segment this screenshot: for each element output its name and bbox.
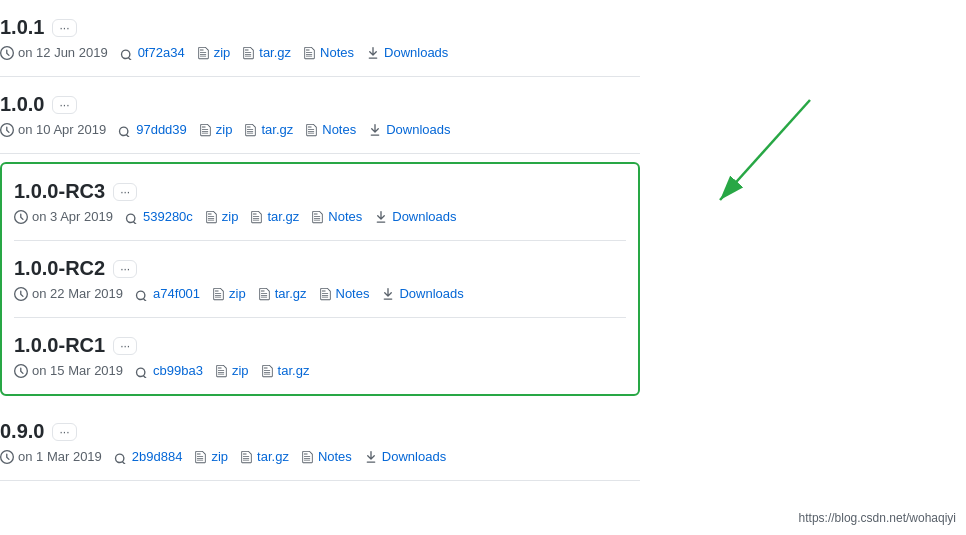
release-item: 0.9.0 ··· on 1 Mar 2019 2b9d884 zip tar.… [0, 404, 640, 481]
commit-link[interactable]: 539280c [143, 209, 193, 224]
clock-icon [14, 210, 28, 224]
tar-link[interactable]: tar.gz [261, 122, 293, 137]
notes-link[interactable]: Notes [328, 209, 362, 224]
dots-menu-button[interactable]: ··· [113, 183, 137, 201]
zip-link[interactable]: zip [222, 209, 239, 224]
notes-icon [311, 210, 324, 224]
notes-link-item: Notes [319, 286, 370, 301]
commit-link[interactable]: 0f72a34 [138, 45, 185, 60]
tar-link-item: tar.gz [258, 286, 307, 301]
zip-link[interactable]: zip [214, 45, 231, 60]
zip-link[interactable]: zip [211, 449, 228, 464]
notes-link[interactable]: Notes [320, 45, 354, 60]
file-icon [240, 450, 253, 464]
commit-link[interactable]: cb99ba3 [153, 363, 203, 378]
dots-menu-button[interactable]: ··· [52, 96, 76, 114]
tar-link[interactable]: tar.gz [259, 45, 291, 60]
release-title-row: 1.0.0-RC3 ··· [14, 180, 626, 203]
release-meta: on 12 Jun 2019 0f72a34 zip tar.gz Notes … [0, 45, 640, 60]
release-title-row: 1.0.0-RC2 ··· [14, 257, 626, 280]
release-commit: a74f001 [135, 286, 200, 301]
download-icon [381, 287, 395, 301]
dots-menu-button[interactable]: ··· [113, 260, 137, 278]
tar-link-item: tar.gz [242, 45, 291, 60]
tar-link-item: tar.gz [261, 363, 310, 378]
downloads-link[interactable]: Downloads [386, 122, 450, 137]
notes-link[interactable]: Notes [318, 449, 352, 464]
notes-link-item: Notes [311, 209, 362, 224]
release-tag: 1.0.0-RC2 [14, 257, 105, 280]
release-tag: 1.0.0-RC3 [14, 180, 105, 203]
release-title-row: 0.9.0 ··· [0, 420, 640, 443]
key-icon [120, 46, 134, 60]
downloads-link-item: Downloads [364, 449, 446, 464]
release-list: 1.0.1 ··· on 12 Jun 2019 0f72a34 zip tar… [0, 0, 640, 481]
tar-link[interactable]: tar.gz [278, 363, 310, 378]
download-icon [368, 123, 382, 137]
file-icon [215, 364, 228, 378]
release-meta: on 3 Apr 2019 539280c zip tar.gz Notes D… [14, 209, 626, 224]
tar-link[interactable]: tar.gz [257, 449, 289, 464]
tar-link[interactable]: tar.gz [267, 209, 299, 224]
highlighted-group: 1.0.0-RC3 ··· on 3 Apr 2019 539280c zip … [0, 162, 640, 396]
download-icon [364, 450, 378, 464]
notes-link[interactable]: Notes [336, 286, 370, 301]
release-date: on 1 Mar 2019 [0, 449, 102, 464]
notes-icon [305, 123, 318, 137]
zip-link[interactable]: zip [216, 122, 233, 137]
release-date: on 12 Jun 2019 [0, 45, 108, 60]
release-tag: 1.0.1 [0, 16, 44, 39]
dots-menu-button[interactable]: ··· [113, 337, 137, 355]
zip-link-item: zip [215, 363, 249, 378]
release-date: on 10 Apr 2019 [0, 122, 106, 137]
notes-link[interactable]: Notes [322, 122, 356, 137]
release-meta: on 15 Mar 2019 cb99ba3 zip tar.gz [14, 363, 626, 378]
file-icon [199, 123, 212, 137]
release-item: 1.0.1 ··· on 12 Jun 2019 0f72a34 zip tar… [0, 0, 640, 77]
release-date: on 15 Mar 2019 [14, 363, 123, 378]
file-icon [258, 287, 271, 301]
commit-link[interactable]: 97ddd39 [136, 122, 187, 137]
file-icon [197, 46, 210, 60]
downloads-link-item: Downloads [374, 209, 456, 224]
tar-link[interactable]: tar.gz [275, 286, 307, 301]
key-icon [125, 210, 139, 224]
clock-icon [14, 287, 28, 301]
clock-icon [0, 123, 14, 137]
tar-link-item: tar.gz [240, 449, 289, 464]
notes-icon [319, 287, 332, 301]
notes-link-item: Notes [303, 45, 354, 60]
zip-link-item: zip [199, 122, 233, 137]
release-item: 1.0.0-RC3 ··· on 3 Apr 2019 539280c zip … [14, 164, 626, 241]
release-title-row: 1.0.0 ··· [0, 93, 640, 116]
commit-link[interactable]: 2b9d884 [132, 449, 183, 464]
zip-link-item: zip [197, 45, 231, 60]
downloads-link[interactable]: Downloads [399, 286, 463, 301]
release-title-row: 1.0.0-RC1 ··· [14, 334, 626, 357]
tar-link-item: tar.gz [244, 122, 293, 137]
dots-menu-button[interactable]: ··· [52, 19, 76, 37]
zip-link[interactable]: zip [229, 286, 246, 301]
release-tag: 0.9.0 [0, 420, 44, 443]
file-icon [212, 287, 225, 301]
notes-icon [301, 450, 314, 464]
release-commit: cb99ba3 [135, 363, 203, 378]
downloads-link[interactable]: Downloads [392, 209, 456, 224]
downloads-link[interactable]: Downloads [384, 45, 448, 60]
clock-icon [0, 46, 14, 60]
zip-link[interactable]: zip [232, 363, 249, 378]
annotation-area [640, 0, 940, 481]
key-icon [118, 123, 132, 137]
dots-menu-button[interactable]: ··· [52, 423, 76, 441]
notes-link-item: Notes [305, 122, 356, 137]
file-icon [242, 46, 255, 60]
commit-link[interactable]: a74f001 [153, 286, 200, 301]
release-title-row: 1.0.1 ··· [0, 16, 640, 39]
zip-link-item: zip [194, 449, 228, 464]
downloads-link-item: Downloads [368, 122, 450, 137]
release-commit: 0f72a34 [120, 45, 185, 60]
release-date: on 3 Apr 2019 [14, 209, 113, 224]
downloads-link[interactable]: Downloads [382, 449, 446, 464]
clock-icon [0, 450, 14, 464]
release-commit: 97ddd39 [118, 122, 187, 137]
